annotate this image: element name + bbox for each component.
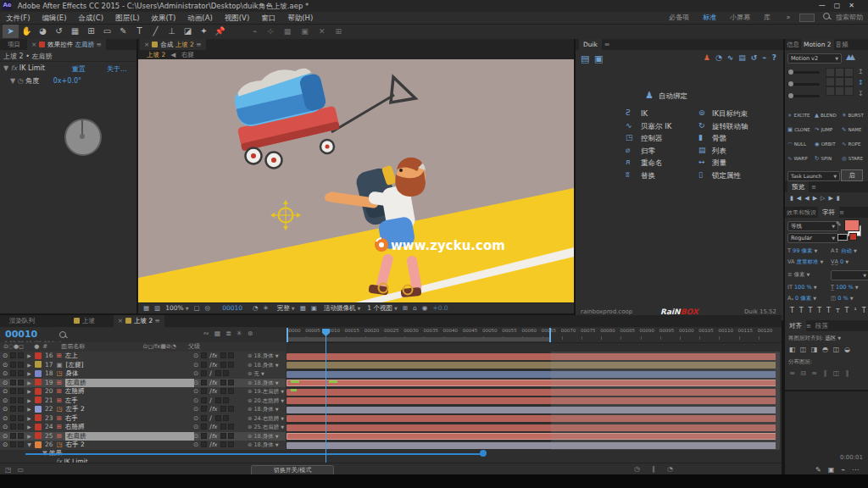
- layer-lock-cell[interactable]: [18, 352, 24, 358]
- menu-item-0[interactable]: 文件(F): [0, 14, 36, 22]
- distribute-button[interactable]: ≡: [787, 369, 798, 377]
- preview-button[interactable]: ▶: [813, 195, 821, 202]
- switch-cell[interactable]: [220, 352, 226, 358]
- switch-eye-icon[interactable]: ⊙: [193, 387, 198, 395]
- parent-dropdown-icon[interactable]: ▼: [281, 416, 284, 421]
- align-to-select[interactable]: 选区: [825, 335, 836, 341]
- parent-dropdown-icon[interactable]: ▼: [281, 424, 284, 430]
- switch-cell[interactable]: [220, 388, 226, 394]
- arrow-up-icon[interactable]: ↥: [858, 68, 864, 75]
- workspace-库[interactable]: 库: [757, 14, 777, 21]
- switch-cell[interactable]: [223, 370, 229, 376]
- effect-about-button[interactable]: 关于...: [107, 64, 127, 74]
- pickwhip-icon[interactable]: ⊚: [248, 388, 252, 395]
- menu-item-7[interactable]: 窗口: [255, 14, 281, 22]
- distribute-button[interactable]: ∥: [842, 369, 853, 377]
- pen-tool-icon[interactable]: ✎: [115, 25, 131, 38]
- viewer-timecode[interactable]: 00010: [222, 304, 242, 312]
- font-family-select[interactable]: 等线▼: [787, 221, 838, 231]
- switch-quality-icon[interactable]: ∕: [209, 414, 212, 422]
- eraser-tool-icon[interactable]: ◪: [180, 25, 196, 38]
- rotate-tool-icon[interactable]: ↺: [51, 25, 67, 38]
- hand-tool-icon[interactable]: ✋: [19, 25, 35, 38]
- layer-audio-cell[interactable]: [10, 370, 16, 376]
- layer-name-header[interactable]: 图层名称: [61, 343, 85, 350]
- layer-name[interactable]: 右胳膊: [65, 423, 85, 430]
- layer-visibility-icon[interactable]: ⊙: [3, 361, 8, 369]
- layer-parent[interactable]: ⊚19.左肩膀▼: [248, 387, 284, 396]
- always-preview-icon[interactable]: ▦: [143, 304, 149, 312]
- maximize-button[interactable]: ▢: [834, 2, 849, 9]
- view-axis-icon[interactable]: ▦: [279, 25, 297, 38]
- leading-value[interactable]: 自动: [841, 247, 852, 254]
- layer-lock-cell[interactable]: [18, 380, 24, 385]
- channels-icon[interactable]: ✳: [264, 304, 269, 312]
- current-time-display[interactable]: 00010: [5, 329, 37, 340]
- crumb-current-comp[interactable]: 上坡 2: [147, 51, 165, 58]
- roto-tool-icon[interactable]: ✦: [196, 25, 212, 38]
- 控制器-icon[interactable]: ◳: [626, 133, 633, 141]
- layer-audio-cell[interactable]: [10, 441, 16, 447]
- layer-lock-cell[interactable]: [18, 424, 24, 430]
- layer-label-chip[interactable]: [35, 352, 42, 359]
- work-area-end-handle[interactable]: [549, 328, 551, 342]
- magnification-select[interactable]: 100%: [165, 304, 183, 312]
- layer-visibility-icon[interactable]: ⊙: [3, 432, 8, 440]
- layer-name[interactable]: 右手: [65, 414, 78, 422]
- motion-jump-button[interactable]: ↷JUMP: [815, 126, 832, 133]
- pickwhip-icon[interactable]: ⊚: [248, 415, 252, 422]
- parent-dropdown-icon[interactable]: ▼: [275, 380, 279, 385]
- menu-item-1[interactable]: 编辑(E): [36, 14, 73, 22]
- switch-cell[interactable]: [228, 380, 234, 385]
- switch-cell[interactable]: [220, 406, 226, 412]
- pickwhip-icon[interactable]: ⊚: [248, 380, 252, 386]
- tab-audio[interactable]: 音频: [834, 39, 850, 50]
- duik-tool-骨骼[interactable]: 骨骼: [712, 134, 726, 144]
- switch-cell[interactable]: [201, 362, 207, 368]
- layer-expander-icon[interactable]: ▶: [27, 406, 31, 412]
- snapshot-camera-icon[interactable]: ◔: [253, 304, 259, 312]
- eyedropper-icon[interactable]: ✎: [836, 220, 842, 228]
- camera-tool-icon[interactable]: ▦: [67, 25, 83, 38]
- layer-visibility-icon[interactable]: ⊙: [3, 414, 8, 422]
- switch-eye-icon[interactable]: ⊙: [193, 379, 198, 386]
- keyframe-mark[interactable]: [291, 389, 297, 391]
- tab-paragraph[interactable]: 段落: [811, 320, 832, 331]
- keyframe-mark[interactable]: [329, 380, 337, 383]
- anchor-grid-button[interactable]: [835, 77, 844, 86]
- layer-name[interactable]: [左腿]: [66, 361, 84, 369]
- exposure-icon[interactable]: ◉: [422, 304, 428, 312]
- switch-cell[interactable]: [201, 380, 207, 385]
- bw-swatch-icon[interactable]: [837, 234, 848, 241]
- switch-eye-icon[interactable]: ⊙: [193, 396, 198, 404]
- align-button[interactable]: ◒: [842, 346, 853, 353]
- task-launch-select[interactable]: Task Launch▼: [787, 171, 840, 181]
- layer-lock-cell[interactable]: [18, 388, 24, 394]
- switch-eye-icon[interactable]: ⊙: [193, 441, 198, 448]
- switch-eye-icon[interactable]: ⊙: [193, 432, 198, 440]
- 归零-icon[interactable]: ⌀: [626, 146, 630, 154]
- anchor-grid-button[interactable]: [844, 77, 854, 86]
- layer-expander-icon[interactable]: ▶: [27, 415, 31, 421]
- view-layout-select[interactable]: 1 个视图: [367, 304, 392, 312]
- pickwhip-icon[interactable]: ⊚: [248, 362, 252, 369]
- menu-item-5[interactable]: 动画(A): [181, 14, 218, 22]
- angle-dial[interactable]: [64, 119, 102, 156]
- workspace-小屏幕[interactable]: 小屏幕: [723, 14, 757, 21]
- switch-quality-icon[interactable]: ∕: [209, 369, 212, 377]
- menu-item-6[interactable]: 视图(V): [219, 14, 255, 22]
- switch-cell[interactable]: [220, 424, 226, 430]
- layer-visibility-icon[interactable]: ⊙: [3, 396, 8, 404]
- switch-eye-icon[interactable]: ⊙: [193, 361, 198, 369]
- effect-reset-button[interactable]: 重置: [72, 64, 86, 74]
- switch-fx-icon[interactable]: fx: [212, 424, 217, 430]
- selection-tool-icon[interactable]: ➤: [3, 25, 19, 38]
- parent-dropdown-icon[interactable]: ▼: [275, 434, 279, 439]
- search-help-link[interactable]: 搜索帮助: [836, 14, 863, 21]
- tab-motion2[interactable]: Motion 2: [801, 39, 834, 50]
- workspace-标准[interactable]: 标准: [696, 14, 723, 21]
- IK目标约束-icon[interactable]: ⊚: [698, 108, 705, 117]
- layer-label-chip[interactable]: [35, 370, 42, 377]
- mini-swatch-icon[interactable]: [849, 233, 857, 241]
- minimize-button[interactable]: —: [819, 2, 834, 9]
